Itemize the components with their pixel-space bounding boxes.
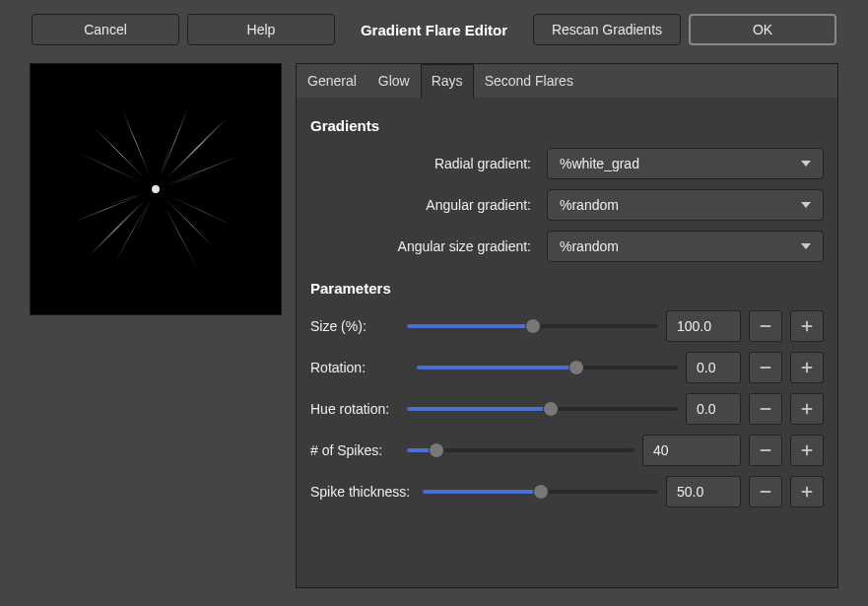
svg-line-7 — [83, 116, 156, 189]
minus-icon — [759, 443, 772, 457]
svg-rect-33 — [761, 491, 771, 493]
hue-rotation-label: Hue rotation: — [310, 401, 399, 417]
tab-second-flares[interactable]: Second Flares — [474, 64, 584, 98]
svg-line-6 — [156, 189, 224, 257]
gradients-heading: Gradients — [310, 117, 824, 134]
hue-rotation-slider[interactable] — [407, 399, 678, 419]
radial-gradient-value: %white_grad — [560, 156, 639, 171]
rotation-slider[interactable] — [417, 358, 678, 377]
thickness-decrement-button[interactable] — [749, 476, 782, 507]
minus-icon — [759, 361, 772, 374]
plus-icon — [800, 319, 814, 333]
hue-rotation-row: Hue rotation: 0.0 — [310, 393, 824, 425]
svg-rect-21 — [761, 325, 771, 327]
spikes-increment-button[interactable] — [790, 435, 824, 466]
preview-column — [30, 63, 284, 588]
spike-thickness-input[interactable]: 50.0 — [666, 476, 741, 507]
svg-line-9 — [116, 97, 156, 189]
svg-point-20 — [152, 185, 160, 193]
hue-increment-button[interactable] — [790, 393, 824, 425]
chevron-down-icon — [801, 202, 811, 208]
dialog-window: Cancel Help Gradient Flare Editor Rescan… — [0, 0, 868, 606]
cancel-button[interactable]: Cancel — [32, 14, 179, 45]
ok-button[interactable]: OK — [689, 14, 836, 45]
angular-size-gradient-value: %random — [560, 238, 619, 254]
chevron-down-icon — [801, 161, 811, 167]
angular-size-gradient-row: Angular size gradient: %random — [310, 231, 824, 262]
plus-icon — [800, 361, 814, 374]
svg-rect-24 — [761, 367, 771, 369]
settings-panel: General Glow Rays Second Flares Gradient… — [296, 63, 838, 588]
hue-rotation-input[interactable]: 0.0 — [686, 393, 741, 425]
tab-general[interactable]: General — [297, 64, 367, 98]
dialog-body: General Glow Rays Second Flares Gradient… — [8, 59, 860, 598]
tab-rays[interactable]: Rays — [421, 64, 474, 99]
size-increment-button[interactable] — [790, 310, 824, 342]
parameters-heading: Parameters — [310, 280, 824, 297]
tab-glow[interactable]: Glow — [367, 64, 421, 98]
window-title: Gradient Flare Editor — [343, 22, 525, 38]
rotation-increment-button[interactable] — [790, 352, 824, 383]
svg-line-8 — [156, 92, 195, 189]
svg-line-15 — [63, 145, 156, 189]
thickness-increment-button[interactable] — [790, 476, 824, 507]
svg-rect-27 — [761, 408, 771, 410]
svg-line-11 — [106, 189, 156, 277]
minus-icon — [759, 485, 772, 499]
svg-rect-29 — [806, 404, 808, 415]
size-decrement-button[interactable] — [749, 310, 782, 342]
svg-line-14 — [156, 189, 248, 234]
radial-gradient-label: Radial gradient: — [310, 156, 537, 171]
angular-gradient-label: Angular gradient: — [310, 197, 537, 213]
svg-line-18 — [156, 169, 215, 189]
chevron-down-icon — [801, 243, 811, 249]
svg-line-16 — [156, 130, 175, 189]
hue-decrement-button[interactable] — [749, 393, 782, 425]
svg-line-12 — [156, 150, 253, 189]
svg-line-4 — [156, 106, 238, 189]
titlebar: Cancel Help Gradient Flare Editor Rescan… — [8, 8, 860, 59]
spikes-decrement-button[interactable] — [749, 435, 782, 466]
spikes-slider[interactable] — [407, 440, 634, 460]
spike-thickness-row: Spike thickness: 50.0 — [310, 476, 824, 507]
svg-rect-35 — [806, 487, 808, 498]
svg-line-10 — [156, 189, 205, 282]
svg-rect-23 — [806, 321, 808, 332]
size-label: Size (%): — [310, 318, 399, 334]
radial-gradient-combo[interactable]: %white_grad — [547, 148, 824, 179]
minus-icon — [759, 402, 772, 416]
spikes-input[interactable]: 40 — [642, 435, 741, 466]
plus-icon — [800, 443, 814, 457]
angular-size-gradient-label: Angular size gradient: — [310, 238, 537, 254]
size-slider[interactable] — [407, 316, 658, 336]
rescan-gradients-button[interactable]: Rescan Gradients — [533, 14, 681, 45]
rotation-label: Rotation: — [310, 360, 399, 375]
spike-thickness-slider[interactable] — [423, 482, 658, 502]
svg-line-5 — [78, 189, 156, 267]
rotation-row: Rotation: 0.0 — [310, 352, 824, 383]
spike-thickness-label: Spike thickness: — [310, 484, 415, 500]
svg-rect-26 — [806, 363, 808, 373]
minus-icon — [759, 319, 772, 333]
size-input[interactable]: 100.0 — [666, 310, 741, 342]
tab-content: Gradients Radial gradient: %white_grad A… — [297, 98, 837, 531]
angular-gradient-row: Angular gradient: %random — [310, 189, 824, 221]
angular-gradient-combo[interactable]: %random — [547, 189, 824, 221]
angular-size-gradient-combo[interactable]: %random — [547, 231, 824, 262]
size-row: Size (%): 100.0 — [310, 310, 824, 342]
plus-icon — [800, 402, 814, 416]
spikes-row: # of Spikes: 40 — [310, 435, 824, 466]
rotation-input[interactable]: 0.0 — [686, 352, 741, 383]
flare-preview — [30, 63, 282, 315]
rotation-decrement-button[interactable] — [749, 352, 782, 383]
radial-gradient-row: Radial gradient: %white_grad — [310, 148, 824, 179]
flare-preview-graphic — [31, 64, 281, 314]
spikes-label: # of Spikes: — [310, 442, 399, 458]
plus-icon — [800, 485, 814, 499]
svg-line-13 — [58, 189, 156, 229]
svg-rect-30 — [761, 449, 771, 451]
help-button[interactable]: Help — [187, 14, 335, 45]
svg-rect-32 — [806, 445, 808, 456]
angular-gradient-value: %random — [560, 197, 619, 213]
tab-bar: General Glow Rays Second Flares — [297, 64, 837, 98]
